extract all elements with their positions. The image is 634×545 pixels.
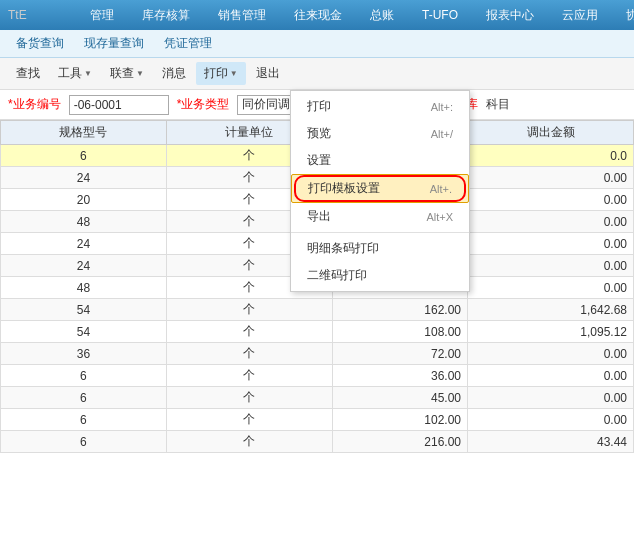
cell-spec: 6: [1, 387, 167, 409]
cell-spec: 6: [1, 365, 167, 387]
cell-unit: 个: [166, 343, 332, 365]
linked-button[interactable]: 联查 ▼: [102, 62, 152, 85]
cell-spec: 24: [1, 255, 167, 277]
menu-template-settings[interactable]: 打印模板设置 Alt+.: [291, 174, 469, 203]
cell-qty: 72.00: [332, 343, 467, 365]
print-arrow-icon: ▼: [230, 69, 238, 78]
cell-amount: 0.00: [468, 365, 634, 387]
col-spec: 规格型号: [1, 121, 167, 145]
cell-spec: 54: [1, 299, 167, 321]
cell-amount: 1,095.12: [468, 321, 634, 343]
cell-amount: 0.00: [468, 387, 634, 409]
cell-unit: 个: [166, 387, 332, 409]
menu-print[interactable]: 打印 Alt+:: [291, 93, 469, 120]
nav-cloud[interactable]: 云应用: [556, 5, 604, 26]
linked-arrow-icon: ▼: [136, 69, 144, 78]
cell-amount: 43.44: [468, 431, 634, 453]
print-dropdown-menu: 打印 Alt+: 预览 Alt+/ 设置 打印模板设置 Alt+. 导出: [290, 90, 470, 292]
exit-button[interactable]: 退出: [248, 62, 288, 85]
order-no-label: *业务编号: [8, 96, 61, 113]
nav-collab[interactable]: 协同办公: [620, 5, 634, 26]
cell-amount: 0.00: [468, 277, 634, 299]
cell-spec: 24: [1, 167, 167, 189]
cell-unit: 个: [166, 431, 332, 453]
cell-qty: 102.00: [332, 409, 467, 431]
cell-unit: 个: [166, 409, 332, 431]
menu-separator: [291, 232, 469, 233]
print-button[interactable]: 打印 ▼: [196, 62, 246, 85]
cell-amount: 0.0: [468, 145, 634, 167]
cell-spec: 54: [1, 321, 167, 343]
table-row[interactable]: 54个162.001,642.68: [1, 299, 634, 321]
cell-spec: 6: [1, 409, 167, 431]
cell-qty: 162.00: [332, 299, 467, 321]
nav-inventory-query[interactable]: 现存量查询: [76, 33, 152, 54]
cell-unit: 个: [166, 321, 332, 343]
cell-unit: 个: [166, 299, 332, 321]
menu-settings[interactable]: 设置: [291, 147, 469, 174]
nav-cashflow[interactable]: 往来现金: [288, 5, 348, 26]
cell-qty: 36.00: [332, 365, 467, 387]
toolbar: 查找 工具 ▼ 联查 ▼ 消息 打印 ▼ 退出 打印 Alt+:: [0, 58, 634, 90]
tools-arrow-icon: ▼: [84, 69, 92, 78]
cell-spec: 48: [1, 277, 167, 299]
order-no-input[interactable]: [69, 95, 169, 115]
cell-spec: 36: [1, 343, 167, 365]
table-row[interactable]: 6个36.000.00: [1, 365, 634, 387]
cell-amount: 0.00: [468, 233, 634, 255]
cell-amount: 0.00: [468, 343, 634, 365]
cell-amount: 0.00: [468, 211, 634, 233]
cell-amount: 0.00: [468, 167, 634, 189]
nav-stock-query[interactable]: 备货查询: [8, 33, 72, 54]
subject-label: 科目: [486, 96, 510, 113]
cell-amount: 1,642.68: [468, 299, 634, 321]
cell-qty: 45.00: [332, 387, 467, 409]
cell-amount: 0.00: [468, 409, 634, 431]
table-row[interactable]: 54个108.001,095.12: [1, 321, 634, 343]
cell-qty: 216.00: [332, 431, 467, 453]
nav-report[interactable]: 报表中心: [480, 5, 540, 26]
message-button[interactable]: 消息: [154, 62, 194, 85]
col-amount: 调出金额: [468, 121, 634, 145]
menu-qrcode[interactable]: 二维码打印: [291, 262, 469, 289]
nav-manage[interactable]: 管理: [84, 5, 120, 26]
menu-preview[interactable]: 预览 Alt+/: [291, 120, 469, 147]
cell-qty: 108.00: [332, 321, 467, 343]
cell-spec: 24: [1, 233, 167, 255]
tte-label: TtE: [8, 8, 68, 22]
nav-inventory[interactable]: 库存核算: [136, 5, 196, 26]
cell-amount: 0.00: [468, 255, 634, 277]
table-row[interactable]: 6个102.000.00: [1, 409, 634, 431]
nav-sales[interactable]: 销售管理: [212, 5, 272, 26]
table-row[interactable]: 6个45.000.00: [1, 387, 634, 409]
tools-button[interactable]: 工具 ▼: [50, 62, 100, 85]
menu-export[interactable]: 导出 Alt+X: [291, 203, 469, 230]
nav-voucher-mgmt[interactable]: 凭证管理: [156, 33, 220, 54]
cell-unit: 个: [166, 365, 332, 387]
top-nav: TtE 管理 库存核算 销售管理 往来现金 总账 T-UFO 报表中心 云应用 …: [0, 0, 634, 30]
biz-type-label: *业务类型: [177, 96, 230, 113]
main-content: 查找 工具 ▼ 联查 ▼ 消息 打印 ▼ 退出 打印 Alt+:: [0, 58, 634, 545]
find-button[interactable]: 查找: [8, 62, 48, 85]
cell-spec: 20: [1, 189, 167, 211]
cell-spec: 6: [1, 431, 167, 453]
cell-spec: 48: [1, 211, 167, 233]
menu-barcode[interactable]: 明细条码打印: [291, 235, 469, 262]
nav-tufo[interactable]: T-UFO: [416, 6, 464, 24]
cell-spec: 6: [1, 145, 167, 167]
table-row[interactable]: 36个72.000.00: [1, 343, 634, 365]
table-row[interactable]: 6个216.0043.44: [1, 431, 634, 453]
nav-ledger[interactable]: 总账: [364, 5, 400, 26]
second-nav: 备货查询 现存量查询 凭证管理: [0, 30, 634, 58]
cell-amount: 0.00: [468, 189, 634, 211]
